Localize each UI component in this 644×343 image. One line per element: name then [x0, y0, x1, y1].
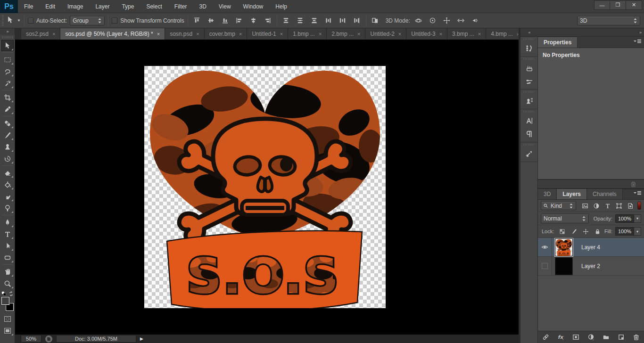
- move-tool-button[interactable]: [1, 40, 14, 51]
- smart-object-filter-button[interactable]: [625, 201, 636, 211]
- close-tab-icon[interactable]: ›: [517, 31, 519, 37]
- crop-tool-button[interactable]: [1, 91, 14, 103]
- menu-filter[interactable]: Filter: [168, 0, 193, 13]
- rectangular-marquee-tool-button[interactable]: [1, 54, 14, 65]
- quick-mask-button[interactable]: [1, 313, 14, 325]
- fill-value-field[interactable]: 100%: [615, 227, 634, 236]
- document-tab-8[interactable]: Untitled-3 ×: [406, 28, 447, 40]
- orbit-3d-button[interactable]: [413, 16, 424, 26]
- align-top-edges-button[interactable]: [191, 16, 203, 26]
- dock-grip[interactable]: [524, 144, 534, 146]
- layer-row-layer-2[interactable]: Layer 2: [538, 257, 644, 276]
- document-tab-7[interactable]: Untitled-2 ×: [365, 28, 406, 40]
- close-tab-icon[interactable]: ×: [157, 31, 160, 37]
- foreground-color-swatch[interactable]: [1, 297, 9, 305]
- type-tool-button[interactable]: [1, 228, 14, 240]
- show-transform-controls-checkbox[interactable]: [112, 18, 117, 24]
- layer-row-layer-4[interactable]: Layer 4: [538, 238, 644, 257]
- distribute-right-edges-button[interactable]: [351, 16, 363, 26]
- layers-panel-menu-icon[interactable]: [631, 190, 644, 199]
- align-horizontal-centers-button[interactable]: [248, 16, 259, 26]
- lock-all-button[interactable]: [593, 227, 602, 236]
- rounded-rectangle-tool-button[interactable]: [1, 252, 14, 263]
- auto-align-layers-button[interactable]: [370, 16, 381, 26]
- align-vertical-centers-button[interactable]: [206, 16, 217, 26]
- document-tab-3[interactable]: cover.bmp ×: [205, 28, 248, 40]
- drag-3d-button[interactable]: [441, 16, 453, 26]
- align-bottom-edges-button[interactable]: [220, 16, 231, 26]
- menu-image[interactable]: Image: [61, 0, 89, 13]
- hand-tool-button[interactable]: [1, 266, 14, 278]
- opacity-value-field[interactable]: 100%: [615, 214, 634, 223]
- close-tab-icon[interactable]: ×: [52, 31, 55, 37]
- document-tab-9[interactable]: 3.bmp ... ×: [447, 28, 486, 40]
- history-panel-button[interactable]: [522, 41, 536, 55]
- spot-healing-brush-tool-button[interactable]: [1, 117, 14, 129]
- menu-edit[interactable]: Edit: [39, 0, 61, 13]
- character-panel-button[interactable]: [522, 114, 536, 127]
- adjustment-layer-filter-button[interactable]: [591, 201, 602, 211]
- tool-presets-panel-button[interactable]: [522, 147, 536, 160]
- distribute-left-edges-button[interactable]: [323, 16, 334, 26]
- brush-panel-button[interactable]: [522, 61, 536, 74]
- fill-dropdown-icon[interactable]: ▾: [634, 227, 641, 236]
- status-options-arrow-icon[interactable]: ▶: [140, 336, 143, 341]
- document-tab-1[interactable]: sos.psd @ 50% (Layer 4, RGB/8) * ×: [60, 28, 165, 40]
- slide-3d-button[interactable]: [455, 16, 467, 26]
- shape-layer-filter-button[interactable]: [614, 201, 624, 211]
- document-canvas[interactable]: S.O.S: [15, 40, 519, 335]
- screen-mode-button[interactable]: [1, 325, 14, 336]
- eyedropper-tool-button[interactable]: [1, 103, 14, 115]
- document-tab-0[interactable]: sos2.psd ×: [21, 28, 60, 40]
- tab-layers[interactable]: Layers: [557, 189, 587, 199]
- document-size-field[interactable]: Doc: 3.00M/5.75M: [56, 335, 136, 343]
- close-tab-icon[interactable]: ×: [319, 31, 322, 37]
- document-tab-6[interactable]: 2.bmp ... ×: [327, 28, 365, 40]
- new-group-button[interactable]: [601, 333, 611, 342]
- roll-3d-button[interactable]: [427, 16, 438, 26]
- document-tab-4[interactable]: Untitled-1 ×: [247, 28, 288, 40]
- new-adjustment-layer-button[interactable]: [586, 333, 596, 342]
- options-bar-grip[interactable]: [1, 15, 4, 26]
- menu-type[interactable]: Type: [116, 0, 140, 13]
- brush-presets-panel-button[interactable]: [522, 74, 536, 88]
- menu-3d[interactable]: 3D: [193, 0, 212, 13]
- zoom-tool-button[interactable]: [1, 278, 14, 289]
- tab-properties[interactable]: Properties: [538, 37, 578, 48]
- menu-window[interactable]: Window: [237, 0, 270, 13]
- dock-expand-icon[interactable]: «: [520, 30, 538, 35]
- move-tool-icon[interactable]: [6, 16, 14, 24]
- dock-grip[interactable]: [524, 111, 534, 113]
- document-tab-2[interactable]: sosn.psd ×: [165, 28, 204, 40]
- menu-view[interactable]: View: [213, 0, 237, 13]
- tools-expand-icon[interactable]: »: [0, 28, 15, 35]
- distribute-bottom-edges-button[interactable]: [309, 16, 320, 26]
- document-tab-10[interactable]: 4.bmp ... ›: [486, 28, 519, 40]
- lasso-tool-button[interactable]: [1, 65, 14, 77]
- close-tab-icon[interactable]: ×: [439, 31, 442, 37]
- link-layers-button[interactable]: [541, 333, 551, 342]
- pixel-layer-filter-button[interactable]: [580, 201, 590, 211]
- align-left-edges-button[interactable]: [234, 16, 245, 26]
- pen-tool-button[interactable]: [1, 216, 14, 228]
- brush-tool-button[interactable]: [1, 129, 14, 141]
- lock-transparent-pixels-button[interactable]: [558, 227, 566, 236]
- paragraph-panel-button[interactable]: [522, 127, 536, 140]
- auto-select-group-select[interactable]: Group: [70, 16, 105, 25]
- align-right-edges-button[interactable]: [262, 16, 273, 26]
- zoom-level-field[interactable]: 50%: [21, 335, 41, 343]
- panels-collapse-icon[interactable]: »: [639, 30, 644, 35]
- tool-preset-caret-icon[interactable]: ▼: [17, 18, 21, 23]
- dock-grip[interactable]: [524, 38, 534, 40]
- zoom-3d-camera-button[interactable]: [470, 16, 481, 26]
- default-colors-icon[interactable]: [1, 291, 7, 296]
- tab-3d[interactable]: 3D: [538, 189, 557, 199]
- tools-grip[interactable]: [2, 36, 13, 38]
- clone-source-panel-button[interactable]: [522, 94, 536, 107]
- close-button[interactable]: ✕: [626, 0, 642, 10]
- menu-file[interactable]: File: [18, 0, 39, 13]
- path-selection-tool-button[interactable]: [1, 240, 14, 252]
- document-tab-5[interactable]: 1.bmp ... ×: [288, 28, 327, 40]
- auto-select-checkbox[interactable]: [28, 18, 33, 24]
- close-tab-icon[interactable]: ×: [478, 31, 481, 37]
